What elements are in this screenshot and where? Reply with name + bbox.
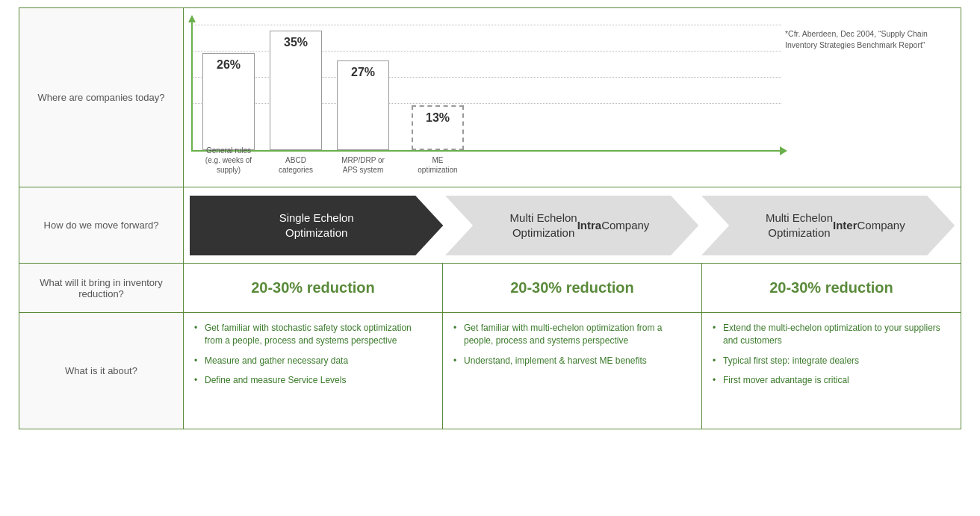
bullets-container: • Get familiar with stochastic safety st… xyxy=(184,313,961,429)
bar-4: 13% xyxy=(412,105,464,150)
bullet-3-3: • First mover advantage is critical xyxy=(713,374,950,387)
bullet-1-2: • Measure and gather necessary data xyxy=(194,355,432,367)
row3-label: What will it bring in inventory reductio… xyxy=(19,264,184,313)
bar-2-label: ABCD categories xyxy=(270,155,322,175)
x-axis-arrow xyxy=(780,146,787,155)
bar-3: 27% xyxy=(337,60,389,150)
bar-chart: 26% General rules (e.g. weeks of supply)… xyxy=(191,17,953,178)
bar-2-value: 35% xyxy=(284,36,308,49)
bullet-1-3: • Define and measure Service Levels xyxy=(194,374,432,387)
arrow-3: Multi EchelonOptimizationInter Company xyxy=(701,196,955,255)
bullet-3-1: • Extend the multi-echelon optimization … xyxy=(713,322,950,347)
arrow-1-text: Single EchelonOptimization xyxy=(190,196,443,255)
bar-1-value: 26% xyxy=(217,58,241,72)
arrow-2-text: Multi EchelonOptimizationIntra Company xyxy=(445,196,698,255)
dotline-1 xyxy=(191,25,781,25)
bullet-2-2: • Understand, implement & harvest ME ben… xyxy=(453,355,691,367)
bullets-col-2: • Get familiar with multi-echelon optimi… xyxy=(443,313,702,429)
arrow-2: Multi EchelonOptimizationIntra Company xyxy=(445,196,698,255)
bullet-3-2: • Typical first step: integrate dealers xyxy=(713,355,950,367)
reduction-container: 20-30% reduction 20-30% reduction 20-30%… xyxy=(184,264,961,312)
bar-3-label: MRP/DRP or APS system xyxy=(337,155,389,175)
row1-label: Where are companies today? xyxy=(19,8,184,187)
bullets-col-1: • Get familiar with stochastic safety st… xyxy=(184,313,443,429)
row2-label: How do we move forward? xyxy=(19,187,184,264)
chart-cell: 26% General rules (e.g. weeks of supply)… xyxy=(184,8,961,187)
bullet-1-1: • Get familiar with stochastic safety st… xyxy=(194,322,432,347)
bullets-col-3: • Extend the multi-echelon optimization … xyxy=(702,313,961,429)
y-axis-arrow xyxy=(188,15,196,22)
bar-4-value: 13% xyxy=(426,111,450,125)
arrow-3-text: Multi EchelonOptimizationInter Company xyxy=(701,196,955,255)
bar-4-label: ME optimization xyxy=(412,155,464,175)
arrows-container: Single EchelonOptimization Multi Echelon… xyxy=(190,193,955,257)
bullets-list-3: • Extend the multi-echelon optimization … xyxy=(713,322,950,387)
reduction-1: 20-30% reduction xyxy=(184,264,443,312)
row4-label: What is it about? xyxy=(19,313,184,429)
arrows-cell: Single EchelonOptimization Multi Echelon… xyxy=(184,187,961,264)
bullets-cell: • Get familiar with stochastic safety st… xyxy=(184,313,961,429)
bar-2: 35% xyxy=(270,31,322,150)
reduction-3: 20-30% reduction xyxy=(702,264,961,312)
chart-note: *Cfr. Aberdeen, Dec 2004, “Supply Chain … xyxy=(785,28,953,50)
bar-3-value: 27% xyxy=(351,66,375,79)
bullets-list-2: • Get familiar with multi-echelon optimi… xyxy=(453,322,691,367)
reduction-cell: 20-30% reduction 20-30% reduction 20-30%… xyxy=(184,264,961,313)
bullets-list-1: • Get familiar with stochastic safety st… xyxy=(194,322,432,387)
reduction-2: 20-30% reduction xyxy=(443,264,702,312)
y-axis xyxy=(191,21,193,152)
bullet-2-1: • Get familiar with multi-echelon optimi… xyxy=(453,322,691,347)
arrow-1: Single EchelonOptimization xyxy=(190,196,443,255)
bar-1: 26% xyxy=(202,53,255,150)
x-axis xyxy=(191,150,781,152)
bar-1-label: General rules (e.g. weeks of supply) xyxy=(202,146,255,175)
